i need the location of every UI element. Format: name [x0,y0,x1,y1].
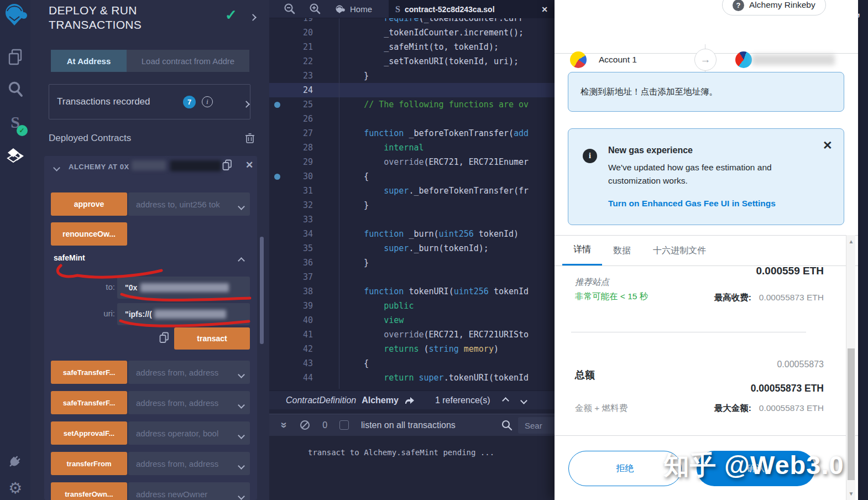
code-line-33[interactable]: 33 [269,212,555,227]
line-number[interactable]: 28 [269,140,321,155]
gas-settings-link[interactable]: Turn on Enhanced Gas Fee UI in Settings [608,199,776,209]
transact-button[interactable]: transact [174,327,250,350]
code-line-40[interactable]: 40 view [269,313,555,327]
scroll-thumb[interactable] [848,348,855,480]
function-args-input-0[interactable]: address from, address [128,361,250,384]
renounce-ownership-button[interactable]: renounceOw... [51,222,127,246]
function-args-input-1[interactable]: address from, address [128,391,250,414]
code-line-26[interactable]: 26 [269,112,555,126]
line-number[interactable]: 36 [269,256,321,270]
code-line-36[interactable]: 36 } [269,256,555,270]
code-line-34[interactable]: 34 function _burn(uint256 tokenId) [269,227,555,241]
function-button-1[interactable]: safeTransferF... [51,391,127,414]
scroll-up-icon[interactable]: ▲ [846,238,856,244]
code-line-22[interactable]: 22 _setTokenURI(tokenId, uri); [269,54,555,69]
function-expand-icon-2[interactable] [239,430,244,440]
line-number[interactable]: 44 [269,371,321,385]
code-line-29[interactable]: 29 override(ERC721, ERC721Enumer [269,155,555,169]
plugin-manager-icon[interactable] [0,452,30,469]
code-line-38[interactable]: 38 function tokenURI(uint256 tokenId [269,284,555,299]
approve-button[interactable]: approve [51,192,127,216]
line-number[interactable]: 37 [269,270,321,284]
panel-scrollbar[interactable] [260,237,264,344]
function-button-0[interactable]: safeTransferF... [51,361,127,384]
line-number[interactable]: 23 [269,69,321,83]
safemint-collapse-icon[interactable] [239,256,244,265]
line-number[interactable]: 41 [269,327,321,342]
solidity-compiler-icon[interactable]: S ✓ [0,113,30,135]
clear-console-icon[interactable] [300,420,310,430]
listen-checkbox[interactable] [339,420,349,430]
info-icon[interactable]: i [202,96,213,107]
terminal-search-input[interactable]: Sear [518,417,557,434]
line-number[interactable]: 31 [269,184,321,198]
mm-tab-2[interactable]: 十六进制文件 [642,236,717,265]
function-button-3[interactable]: transferFrom [51,452,127,475]
code-line-30[interactable]: 30 { [269,169,555,184]
line-number[interactable]: 30 [269,169,321,184]
line-number[interactable]: 33 [269,212,321,227]
code-line-35[interactable]: 35 super._burn(tokenId); [269,241,555,256]
deploy-run-icon[interactable] [0,147,30,166]
line-number[interactable]: 43 [269,356,321,371]
copy-args-icon[interactable] [159,332,169,343]
terminal-output[interactable]: transact to Alchemy.safeMint pending ... [269,436,555,500]
code-line-41[interactable]: 41 override(ERC721, ERC721URISto [269,327,555,342]
line-number[interactable]: 27 [269,126,321,140]
approve-args-input[interactable]: address to, uint256 tok [128,192,250,216]
zoom-out-icon[interactable] [284,3,296,15]
settings-gear-icon[interactable]: ⚙ [0,479,30,497]
load-contract-tab[interactable]: Load contract from Addre [127,50,249,72]
new-address-banner[interactable]: 检测到新地址！点击添加至地址簿。 [568,72,844,112]
mm-scrollbar[interactable]: ▲ ▼ [846,235,855,500]
function-args-input-3[interactable]: address from, address [128,452,250,475]
zoom-in-icon[interactable] [309,3,321,15]
line-number[interactable]: 20 [269,25,321,40]
code-line-20[interactable]: 20 _tokenIdCounter.increment(); [269,25,555,40]
code-line-21[interactable]: 21 _safeMint(to, tokenId); [269,40,555,54]
function-expand-icon-3[interactable] [239,461,244,471]
function-args-input-2[interactable]: address operator, bool [128,421,250,445]
line-number[interactable]: 25 [269,97,321,112]
mm-tab-0[interactable]: 详情 [562,236,602,265]
code-line-37[interactable]: 37 [269,270,555,284]
scroll-down-icon[interactable]: ▼ [846,491,856,497]
code-line-42[interactable]: 42 returns (string memory) [269,342,555,356]
code-line-32[interactable]: 32 } [269,198,555,212]
approve-expand-icon[interactable] [239,201,244,211]
line-number[interactable]: 19 [269,18,321,25]
tab-contract-file[interactable]: S contract-52c8d243ca.sol ✕ [389,0,555,18]
function-button-4[interactable]: transferOwn... [51,482,127,500]
code-line-23[interactable]: 23 } [269,69,555,83]
search-icon[interactable] [0,81,30,98]
breakpoint-dot[interactable] [274,102,280,108]
code-line-39[interactable]: 39 public [269,299,555,313]
at-address-button[interactable]: At Address [51,50,127,72]
close-contract-icon[interactable]: ✕ [245,159,253,171]
line-number[interactable]: 21 [269,40,321,54]
transactions-recorded-box[interactable]: Transactions recorded 7 i [49,84,250,119]
function-button-2[interactable]: setApprovalF... [51,421,127,445]
collapse-terminal-icon[interactable]: » [278,422,291,428]
code-line-25[interactable]: 25 // The following functions are ov [269,97,555,112]
safemint-uri-input[interactable]: "ipfs://( [117,303,250,325]
line-number[interactable]: 34 [269,227,321,241]
collapse-contract-icon[interactable] [54,163,59,173]
prev-reference-icon[interactable] [503,395,508,405]
function-expand-icon-4[interactable] [239,491,244,500]
code-line-19[interactable]: 19 require(_tokenIdCounter.curr [269,18,555,25]
line-number[interactable]: 39 [269,299,321,313]
goto-reference-icon[interactable] [404,396,415,405]
copy-address-icon[interactable] [222,159,232,171]
function-expand-icon-1[interactable] [239,400,244,410]
line-number[interactable]: 38 [269,284,321,299]
line-number[interactable]: 24 [269,83,321,97]
file-explorer-icon[interactable] [0,49,30,66]
code-line-43[interactable]: 43 { [269,356,555,371]
line-number[interactable]: 42 [269,342,321,356]
line-number[interactable]: 26 [269,112,321,126]
line-number[interactable]: 29 [269,155,321,169]
function-args-input-4[interactable]: address newOwner [128,482,250,500]
line-number[interactable]: 40 [269,313,321,327]
close-gas-card-icon[interactable]: ✕ [823,139,833,152]
